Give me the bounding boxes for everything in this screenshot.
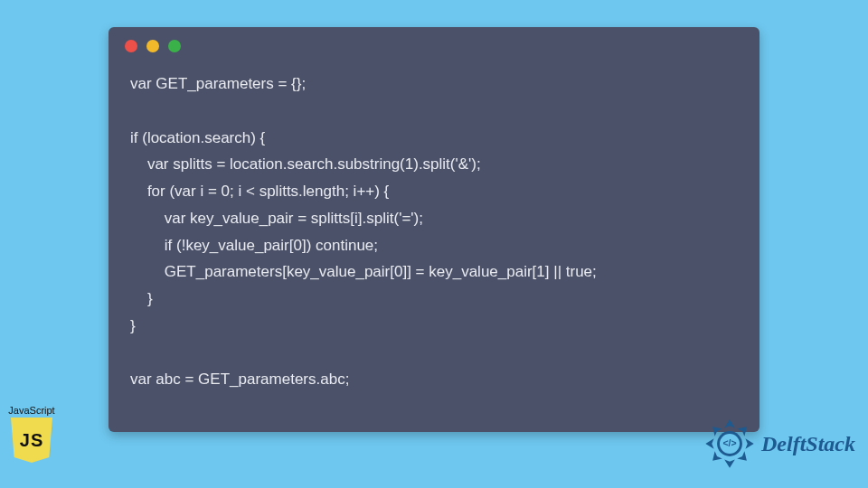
maximize-icon [168, 40, 181, 52]
js-shield-icon: JS [11, 418, 52, 463]
minimize-icon [146, 40, 159, 52]
svg-marker-3 [737, 451, 750, 465]
close-icon [125, 40, 137, 52]
svg-marker-4 [724, 459, 735, 467]
svg-marker-6 [705, 438, 713, 449]
window-controls [108, 27, 760, 58]
javascript-badge: JavaScript JS [2, 405, 61, 463]
delftstack-brand: </> DelftStack [703, 418, 855, 470]
delftstack-text: DelftStack [761, 432, 855, 456]
svg-text:</>: </> [722, 438, 736, 448]
svg-marker-5 [709, 451, 722, 465]
svg-marker-7 [709, 423, 722, 436]
svg-marker-0 [724, 419, 735, 427]
js-shield-text: JS [20, 430, 43, 451]
svg-marker-1 [737, 423, 750, 436]
code-block: var GET_parameters = {}; if (location.se… [108, 58, 760, 406]
code-window: var GET_parameters = {}; if (location.se… [108, 27, 760, 432]
svg-marker-2 [745, 438, 753, 449]
javascript-label: JavaScript [2, 405, 61, 416]
delftstack-emblem-icon: </> [703, 418, 756, 470]
